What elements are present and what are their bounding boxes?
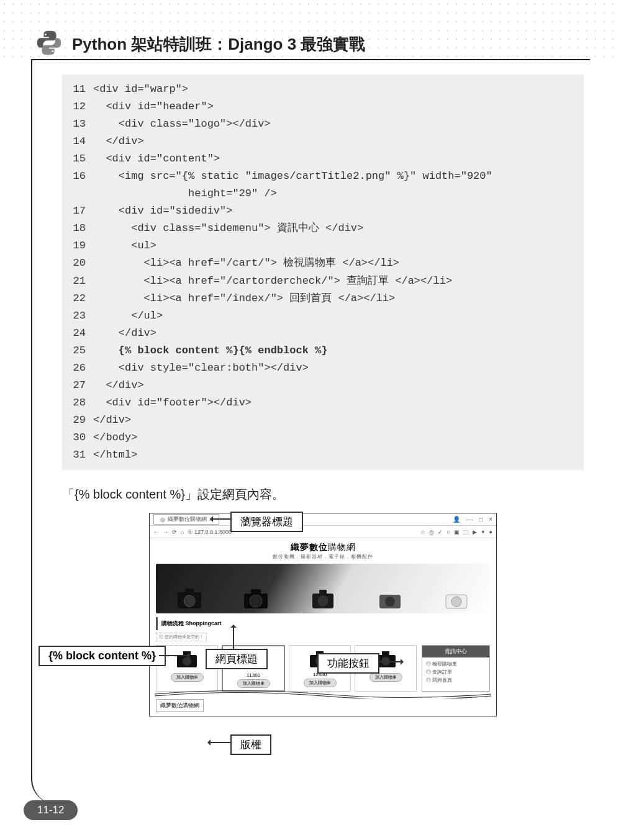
callout-footer: 版權 [230, 734, 271, 755]
python-logo-icon [35, 29, 63, 57]
page-number: 11-12 [24, 800, 78, 820]
nav-fwd-icon: → [163, 529, 168, 535]
product-price: 11300 [224, 672, 283, 678]
minimize-icon: — [466, 516, 473, 523]
window-titlebar: ◎ 織夢數位購物網 × 👤 — □ × [150, 513, 496, 526]
svg-point-12 [385, 597, 395, 607]
sidebar-item[interactable]: 檢視購物車 [426, 660, 486, 668]
sidebar-item[interactable]: 查詢訂單 [426, 668, 486, 676]
add-to-cart-button[interactable]: 加入購物車 [237, 679, 270, 688]
arrow-icon [159, 655, 190, 656]
arrow-icon [208, 742, 230, 743]
screenshot-annotated: ◎ 織夢數位購物網 × 👤 — □ × ← → ⟳ ⌂ ① 127.0.0.1:… [62, 513, 584, 716]
svg-point-1 [52, 50, 53, 52]
close-icon: × [489, 516, 492, 523]
sidebar-item[interactable]: 回到首頁 [426, 676, 486, 684]
svg-point-6 [250, 595, 262, 607]
window-controls: 👤 — □ × [453, 516, 492, 523]
browser-window: ◎ 織夢數位購物網 × 👤 — □ × ← → ⟳ ⌂ ① 127.0.0.1:… [149, 513, 497, 716]
add-to-cart-button[interactable]: 加入購物車 [304, 679, 337, 687]
add-to-cart-button[interactable]: 加入購物車 [369, 673, 402, 682]
hero-image [156, 564, 490, 613]
svg-point-0 [45, 34, 47, 35]
svg-rect-10 [319, 590, 327, 595]
reload-icon: ⟳ [172, 529, 177, 535]
home-icon: ⌂ [181, 529, 184, 535]
page-title: Python 架站特訓班：Django 3 最強實戰 [72, 34, 365, 55]
svg-rect-26 [382, 651, 389, 656]
shopping-flow-label: 購物流程 Shoppingcart [156, 617, 490, 630]
svg-point-9 [317, 595, 329, 607]
url-text: ① 127.0.0.1:8000 [188, 529, 232, 535]
callout-function-button: 功能按鈕 [317, 653, 379, 674]
content-area: 11<div id="warp">12 <div id="header">13 … [62, 75, 584, 716]
info-center-sidebar: 資訊中心 檢視購物車查詢訂單回到首頁 [422, 645, 490, 692]
explanation-text: 「{% block content %}」設定網頁內容。 [62, 486, 584, 503]
site-title-main: 織夢數位 [291, 542, 328, 552]
svg-rect-4 [185, 589, 194, 594]
add-to-cart-button[interactable]: 加入購物車 [171, 673, 204, 682]
site-title-sub: 購物網 [328, 542, 356, 552]
callout-block-content: {% block content %} [39, 646, 166, 666]
content-wave-separator [155, 690, 491, 698]
maximize-icon: □ [479, 516, 483, 523]
site-footer: 織夢數位購物網 [156, 699, 204, 712]
svg-point-14 [451, 597, 461, 607]
user-icon: 👤 [453, 516, 460, 523]
arrow-icon [233, 625, 234, 649]
cart-empty-notice: ① 您的購物車是空的！ [156, 633, 207, 641]
header-rule [31, 59, 590, 60]
svg-point-3 [184, 595, 195, 607]
svg-rect-7 [251, 589, 261, 595]
globe-icon: ◎ [160, 517, 165, 523]
sidebar-title: 資訊中心 [422, 646, 489, 657]
tab-title: 織夢數位購物網 [168, 515, 207, 523]
site-tagline: 數位相機．攝影器材．電子錶．相機配件 [150, 553, 496, 560]
site-banner: 織夢數位購物網 數位相機．攝影器材．電子錶．相機配件 [150, 538, 496, 561]
callout-browser-title: 瀏覽器標題 [230, 512, 303, 532]
nav-back-icon: ← [153, 529, 159, 535]
callout-web-title: 網頁標題 [206, 649, 268, 669]
code-block: 11<div id="warp">12 <div id="header">13 … [62, 75, 584, 470]
address-bar: ← → ⟳ ⌂ ① 127.0.0.1:8000 ☆◎✓○▣⬚▶✦● [150, 526, 496, 538]
arrow-icon [211, 518, 230, 520]
